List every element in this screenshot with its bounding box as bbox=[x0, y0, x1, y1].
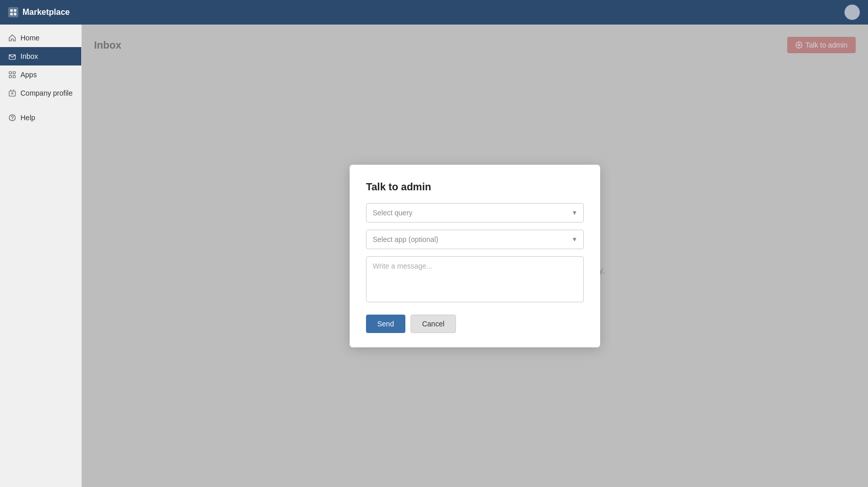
sidebar-item-help-label: Help bbox=[20, 114, 35, 122]
cancel-button[interactable]: Cancel bbox=[410, 315, 456, 333]
send-button[interactable]: Send bbox=[366, 315, 405, 333]
sidebar-item-apps-label: Apps bbox=[20, 71, 37, 79]
sidebar-item-inbox-label: Inbox bbox=[20, 52, 38, 60]
main-content: Inbox Talk to admin ng reviewed. We'll s… bbox=[82, 25, 868, 487]
svg-rect-6 bbox=[13, 72, 16, 74]
brand-icon bbox=[8, 7, 18, 17]
apps-icon bbox=[8, 71, 16, 79]
query-field: Select query Billing Technical issue Gen… bbox=[366, 203, 584, 223]
svg-rect-3 bbox=[14, 13, 16, 15]
brand-label: Marketplace bbox=[22, 8, 70, 17]
query-select[interactable]: Select query Billing Technical issue Gen… bbox=[366, 203, 584, 223]
sidebar: Home Inbox Apps bbox=[0, 25, 82, 487]
topbar: Marketplace bbox=[0, 0, 868, 25]
message-textarea[interactable] bbox=[366, 256, 584, 302]
help-icon bbox=[8, 114, 16, 122]
modal-actions: Send Cancel bbox=[366, 315, 584, 333]
modal-title: Talk to admin bbox=[366, 181, 584, 193]
sidebar-item-company-profile-label: Company profile bbox=[20, 89, 73, 97]
sidebar-item-home[interactable]: Home bbox=[0, 29, 81, 47]
sidebar-item-company-profile[interactable]: Company profile bbox=[0, 84, 81, 102]
query-select-wrapper: Select query Billing Technical issue Gen… bbox=[366, 203, 584, 223]
svg-rect-5 bbox=[9, 72, 12, 74]
home-icon bbox=[8, 34, 16, 42]
svg-rect-9 bbox=[9, 91, 15, 96]
message-field bbox=[366, 256, 584, 304]
svg-rect-10 bbox=[12, 93, 13, 94]
app-select[interactable]: Select app (optional) App 1 App 2 App 3 bbox=[366, 230, 584, 249]
sidebar-item-help[interactable]: Help bbox=[0, 108, 81, 127]
company-profile-icon bbox=[8, 89, 16, 97]
inbox-icon bbox=[8, 52, 16, 60]
brand: Marketplace bbox=[8, 7, 70, 17]
app-select-wrapper: Select app (optional) App 1 App 2 App 3 … bbox=[366, 230, 584, 249]
svg-rect-2 bbox=[10, 13, 13, 15]
sidebar-item-inbox[interactable]: Inbox bbox=[0, 47, 81, 65]
sidebar-item-apps[interactable]: Apps bbox=[0, 65, 81, 84]
svg-rect-0 bbox=[10, 9, 13, 12]
layout: Home Inbox Apps bbox=[0, 25, 868, 487]
svg-rect-7 bbox=[9, 76, 12, 78]
sidebar-item-home-label: Home bbox=[20, 34, 39, 42]
app-field: Select app (optional) App 1 App 2 App 3 … bbox=[366, 230, 584, 249]
user-avatar[interactable] bbox=[844, 5, 860, 20]
svg-point-12 bbox=[12, 119, 12, 120]
modal-overlay: Talk to admin Select query Billing Techn… bbox=[82, 25, 868, 487]
talk-to-admin-modal: Talk to admin Select query Billing Techn… bbox=[350, 165, 600, 347]
svg-rect-8 bbox=[13, 76, 16, 78]
svg-rect-1 bbox=[14, 9, 16, 12]
